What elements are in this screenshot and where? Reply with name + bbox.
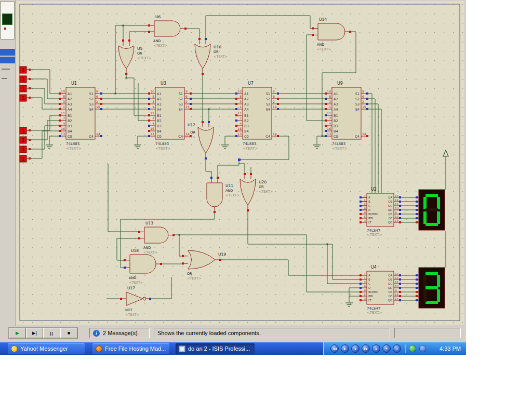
pin-state-dot — [160, 263, 162, 265]
pin-name: S1 — [89, 92, 94, 96]
pin-state-dot — [182, 255, 184, 257]
gate-type: AND — [317, 43, 324, 47]
pin-number: 16 — [327, 127, 331, 130]
pin-name: D — [368, 208, 370, 211]
tray-icon-1[interactable] — [409, 345, 416, 352]
segment-c — [437, 211, 440, 224]
gate-text: <TEXT> — [153, 44, 167, 48]
seven-segment-display[interactable] — [416, 190, 445, 230]
pin-name: S3 — [89, 102, 94, 107]
object-selector-item[interactable] — [0, 49, 15, 56]
status-bar: Shows the currently loaded components. — [154, 328, 390, 338]
pin-name: A2 — [334, 97, 338, 101]
media-button-4[interactable]: ▶▶ — [362, 344, 370, 353]
pin-state-dot — [366, 135, 368, 137]
pin-name: QD — [388, 286, 392, 289]
pin-state-dot — [399, 205, 401, 207]
media-button-7[interactable]: ● — [393, 344, 401, 353]
pin-name: QC — [388, 282, 392, 285]
pin-name: B2 — [334, 119, 338, 123]
schematic-editor[interactable]: 10A18A23A31A411B17B24B316B413C09S16S22S3… — [16, 1, 464, 325]
pin-number: 6 — [364, 285, 366, 288]
pin-state-dot — [235, 103, 237, 105]
pin-name: C — [368, 282, 370, 285]
segment-d — [425, 301, 438, 304]
pin-name: S2 — [355, 97, 360, 101]
overview-window[interactable] — [1, 1, 15, 39]
pin-number: 7 — [364, 194, 366, 197]
chip-ref: U9 — [337, 81, 343, 86]
pin-state-dot — [172, 234, 175, 236]
stop-button[interactable]: ■ — [60, 328, 77, 338]
media-button-1[interactable]: ◀◀ — [330, 344, 339, 353]
pin-state-dot — [416, 283, 418, 285]
pin-name: B3 — [68, 124, 72, 128]
pin-number: 3 — [364, 219, 366, 222]
pin-state-dot — [29, 139, 31, 141]
pin-name: QE — [388, 212, 392, 216]
pin-number: 13 — [61, 132, 65, 136]
pin-state-dot — [59, 108, 61, 110]
pin-number: 16 — [61, 127, 65, 130]
segment-f — [423, 197, 427, 209]
pin-name: A4 — [68, 108, 72, 112]
pin-name: RBI — [368, 217, 374, 220]
system-tray: ◀◀▶■▶▶▲▼● 4:33 PM — [323, 342, 466, 355]
taskbar-task-2[interactable]: Free File Hosting Mad... — [92, 343, 169, 354]
pin-state-dot — [360, 201, 362, 203]
pin-name: B1 — [157, 114, 162, 118]
segment-e — [423, 289, 427, 302]
gate-type: NOT — [125, 308, 132, 312]
pin-number: 14 — [362, 132, 366, 136]
play-button[interactable]: ▶ — [9, 328, 26, 338]
chip-part: 74LS47 — [367, 229, 380, 233]
pin-state-dot — [416, 196, 418, 198]
taskbar-task-1[interactable]: Yahoo! Messenger — [8, 343, 85, 354]
message-panel[interactable]: i 2 Message(s) — [89, 328, 150, 338]
pin-state-dot — [360, 291, 362, 293]
message-count: 2 Message(s) — [103, 330, 138, 336]
logic-state-value: 1 — [22, 96, 25, 101]
pin-number: 14 — [395, 297, 398, 300]
pin-name: QB — [388, 278, 392, 281]
media-button-2[interactable]: ▶ — [341, 344, 349, 353]
seven-segment-display[interactable] — [416, 268, 445, 308]
pin-name: A3 — [68, 102, 72, 107]
taskbar-task-3[interactable]: do an 2 - ISIS Professi... — [176, 343, 255, 354]
pin-name: B2 — [68, 119, 72, 123]
pin-number: 4 — [152, 122, 154, 125]
pin-state-dot — [277, 103, 279, 105]
segment-d — [425, 223, 438, 226]
pin-name: A3 — [157, 102, 162, 107]
object-selector-item[interactable] — [0, 57, 15, 63]
pin-number: 3 — [152, 100, 154, 103]
pin-number: 1 — [364, 276, 366, 280]
animation-toolbar: ▶▶|||■ i 2 Message(s) Shows the currentl… — [0, 327, 466, 339]
pin-number: 2 — [364, 203, 366, 206]
media-button-5[interactable]: ▲ — [372, 344, 380, 353]
pin-name: B3 — [157, 124, 162, 128]
pin-number: 10 — [237, 89, 242, 93]
pin-number: 2 — [185, 100, 188, 103]
pin-number: 2 — [362, 100, 364, 103]
media-button-3[interactable]: ■ — [351, 344, 360, 353]
pin-state-dot — [190, 103, 192, 105]
pin-number: 4 — [240, 122, 242, 125]
schematic-canvas[interactable]: 10A18A23A31A411B17B24B316B413C09S16S22S3… — [16, 1, 464, 325]
pin-name: QA — [388, 196, 392, 199]
pin-state-dot — [29, 87, 31, 89]
step-button[interactable]: ▶| — [26, 328, 43, 338]
stop-icon: ■ — [68, 330, 70, 336]
gate-text: <TEXT> — [214, 55, 228, 59]
gate-body — [130, 255, 156, 273]
pin-state-dot — [235, 98, 237, 100]
junction-marker[interactable] — [238, 158, 241, 161]
pin-number: 3 — [63, 100, 65, 103]
media-button-6[interactable]: ▼ — [382, 344, 391, 353]
logic-state-value: 1 — [22, 86, 25, 91]
tray-icon-2[interactable] — [419, 345, 427, 352]
pause-button[interactable]: || — [43, 328, 60, 338]
pin-state-dot — [59, 119, 61, 122]
gate-type: OR — [137, 51, 142, 56]
pin-state-dot — [100, 92, 102, 95]
